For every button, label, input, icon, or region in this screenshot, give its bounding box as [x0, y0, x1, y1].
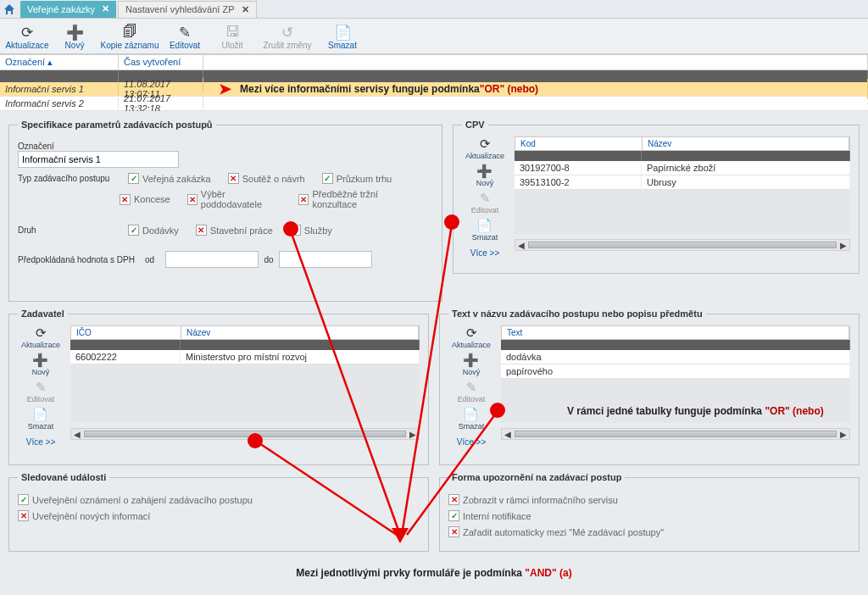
- zadavatel-table: IČONázev 66002222Ministerstvo pro místní…: [70, 325, 420, 447]
- oznaceni-input[interactable]: [18, 151, 179, 168]
- close-icon[interactable]: ✕: [102, 3, 109, 14]
- text-new[interactable]: ➕Nový: [463, 353, 481, 376]
- chevron-left-icon[interactable]: ◀: [504, 430, 511, 439]
- check-icon: ✓: [128, 225, 139, 236]
- save-button: 🖫Uložit: [209, 22, 256, 52]
- text-legend: Text v názvu zadávacího postupu nebo pop…: [448, 309, 706, 319]
- chk-koncese[interactable]: ✕Koncese: [120, 194, 170, 205]
- hscrollbar[interactable]: ◀▶: [515, 239, 850, 251]
- chevron-left-icon[interactable]: ◀: [518, 241, 525, 250]
- annotation-and-bottom: Mezi jednotlivými prvky formuláře je pod…: [8, 559, 860, 586]
- chevron-right-icon[interactable]: ▶: [409, 430, 416, 439]
- druh-label: Druh: [18, 225, 128, 235]
- annotation-or-top: ➤ Mezi více informačními servisy funguje…: [219, 80, 862, 98]
- table-row[interactable]: 66002222Ministerstvo pro místní rozvoj: [70, 350, 420, 364]
- zadavatel-side: ⟳Aktualizace ➕Nový ✎Editovat 📄Smazat Víc…: [18, 325, 64, 447]
- chevron-right-icon[interactable]: ▶: [840, 430, 847, 439]
- col-text[interactable]: Text: [502, 326, 849, 339]
- home-icon[interactable]: [0, 0, 19, 19]
- cpv-delete[interactable]: 📄Smazat: [472, 218, 498, 242]
- text-refresh[interactable]: ⟳Aktualizace: [452, 325, 491, 349]
- tab-verejne-zakazky[interactable]: Veřejné zakázky ✕: [20, 1, 116, 18]
- annotation-dot: [283, 221, 298, 236]
- chk-vyber[interactable]: ✕Výběr poddodavatele: [187, 189, 282, 209]
- col-nazev[interactable]: Název: [181, 326, 419, 339]
- copy-icon: 🗐: [123, 24, 137, 41]
- chk-interni[interactable]: ✓Interní notifikace: [448, 510, 531, 521]
- zad-delete[interactable]: 📄Smazat: [28, 407, 54, 431]
- document-icon: 📄: [334, 24, 352, 41]
- forma-legend: Forma upozornění na zadávací postup: [448, 472, 625, 482]
- refresh-icon: ⟳: [466, 325, 477, 341]
- zadavatel-fieldset: Zadavatel ⟳Aktualizace ➕Nový ✎Editovat 📄…: [8, 309, 429, 465]
- refresh-icon: ⟳: [480, 136, 491, 152]
- hscrollbar[interactable]: ◀▶: [501, 428, 850, 440]
- table-row[interactable]: 30192700-8Papírnické zboží: [515, 161, 850, 175]
- typ-label: Typ zadávacího postupu: [18, 174, 128, 183]
- chk-dodavky[interactable]: ✓Dodávky: [128, 225, 179, 236]
- table-row[interactable]: papírového: [501, 364, 850, 379]
- cpv-table: KodNázev 30192700-8Papírnické zboží 3951…: [515, 136, 850, 258]
- refresh-icon: ⟳: [36, 325, 47, 341]
- x-icon: ✕: [448, 494, 459, 505]
- tabstrip: Veřejné zakázky ✕ Nastavení vyhledávání …: [0, 0, 868, 19]
- od-input[interactable]: [165, 251, 259, 268]
- text-side: ⟳Aktualizace ➕Nový ✎Editovat 📄Smazat Víc…: [448, 325, 494, 447]
- new-button[interactable]: ➕Nový: [51, 22, 98, 52]
- chk-zobrazit[interactable]: ✕Zobrazit v rámci informačního servisu: [448, 494, 618, 505]
- col-ico[interactable]: IČO: [71, 326, 181, 339]
- copy-button[interactable]: 🗐Kopie záznamu: [98, 22, 161, 52]
- do-input[interactable]: [279, 251, 372, 268]
- check-icon: ✓: [448, 510, 459, 521]
- pencil-icon: ✎: [36, 380, 47, 395]
- chk-pruzkum[interactable]: ✓Průzkum trhu: [322, 173, 392, 184]
- hodnota-label: Předpokládaná hodnota s DPH: [18, 255, 145, 264]
- text-delete[interactable]: 📄Smazat: [459, 407, 485, 431]
- zad-edit: ✎Editovat: [27, 380, 55, 403]
- close-icon[interactable]: ✕: [242, 4, 249, 15]
- x-icon: ✕: [228, 173, 239, 184]
- col-kod[interactable]: Kod: [515, 137, 643, 150]
- chk-stavebni[interactable]: ✕Stavební práce: [196, 225, 273, 236]
- zad-more[interactable]: Více >>: [26, 437, 55, 447]
- zad-new[interactable]: ➕Nový: [32, 353, 50, 376]
- chk-predbezne[interactable]: ✕Předběžné tržní konzultace: [298, 189, 416, 209]
- document-icon: 📄: [476, 218, 492, 233]
- chk-oznameni[interactable]: ✓Uveřejnění oznámení o zahájení zadávací…: [18, 494, 253, 505]
- edit-button[interactable]: ✎Editovat: [161, 22, 209, 52]
- forma-fieldset: Forma upozornění na zadávací postup ✕Zob…: [439, 472, 860, 552]
- plus-icon: ➕: [463, 353, 479, 368]
- annotation-dot: [490, 403, 505, 418]
- text-more[interactable]: Více >>: [457, 437, 486, 447]
- delete-button[interactable]: 📄Smazat: [319, 22, 366, 52]
- pencil-icon: ✎: [179, 24, 191, 41]
- tab-nastaveni[interactable]: Nastavení vyhledávání ZP ✕: [118, 1, 256, 18]
- cpv-more[interactable]: Více >>: [470, 248, 499, 258]
- cpv-refresh[interactable]: ⟳Aktualizace: [465, 136, 504, 160]
- chevron-left-icon[interactable]: ◀: [74, 430, 81, 439]
- col-nazev[interactable]: Název: [643, 137, 849, 150]
- chk-verejna[interactable]: ✓Veřejná zakázka: [128, 173, 211, 184]
- document-icon: 📄: [463, 407, 479, 422]
- sledovane-legend: Sledované události: [18, 472, 109, 482]
- tab-label: Nastavení vyhledávání ZP: [125, 4, 234, 14]
- chk-zaradit[interactable]: ✕Zařadit automaticky mezi "Mé zadávací p…: [448, 526, 664, 537]
- zad-refresh[interactable]: ⟳Aktualizace: [21, 325, 60, 349]
- col-cas-vytvoreni[interactable]: Čas vytvoření: [119, 55, 203, 70]
- cpv-new[interactable]: ➕Nový: [476, 164, 494, 187]
- x-icon: ✕: [298, 194, 309, 205]
- chk-soutez[interactable]: ✕Soutěž o návrh: [228, 173, 305, 184]
- table-row[interactable]: 39513100-2Ubrusy: [515, 175, 850, 190]
- col-oznaceni[interactable]: Označení ▴: [0, 55, 119, 70]
- plus-icon: ➕: [32, 353, 48, 368]
- spec-fieldset: Specifikace parametrů zadávacích postupů…: [8, 120, 442, 302]
- annotation-dot: [248, 433, 263, 448]
- table-row[interactable]: dodávka: [501, 350, 850, 364]
- chk-nove-info[interactable]: ✕Uveřejnění nových informací: [18, 510, 150, 521]
- annotation-or-table: V rámci jedné tabulky funguje podmínka "…: [567, 405, 824, 417]
- spec-legend: Specifikace parametrů zadávacích postupů: [18, 120, 216, 130]
- chevron-right-icon[interactable]: ▶: [840, 241, 847, 250]
- check-icon: ✓: [128, 173, 139, 184]
- hscrollbar[interactable]: ◀▶: [70, 428, 420, 440]
- refresh-button[interactable]: ⟳Aktualizace: [3, 22, 51, 52]
